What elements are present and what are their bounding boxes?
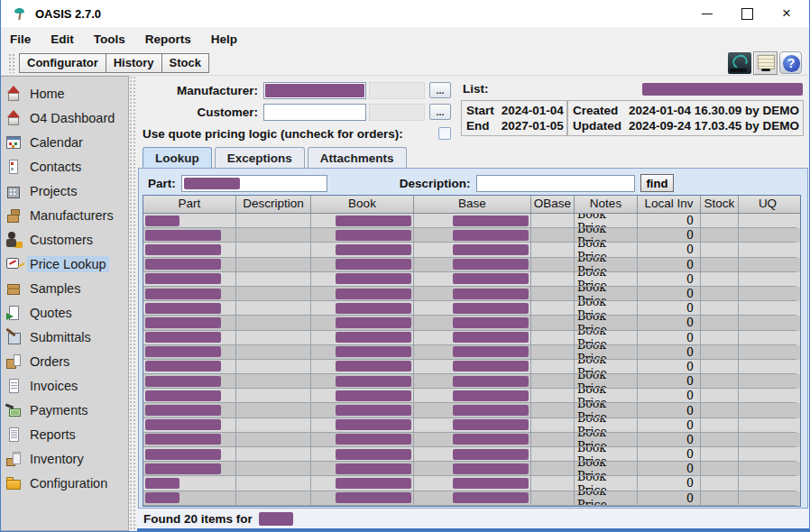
tab[interactable]: Attachments xyxy=(308,147,407,168)
maximize-icon[interactable] xyxy=(741,7,753,20)
customer-browse-button[interactable]: ... xyxy=(429,104,451,120)
sidebar-item[interactable]: Price Lookup xyxy=(1,252,128,276)
table-row[interactable]: Book Price 0 xyxy=(143,287,800,301)
sidebar-item[interactable]: Contacts xyxy=(1,154,128,179)
sidebar-item[interactable]: Invoices xyxy=(1,373,128,398)
table-row[interactable]: Book Price 0 xyxy=(143,272,800,287)
table-row[interactable]: Book Price 0 xyxy=(143,403,800,417)
toolbar-button[interactable]: Stock xyxy=(162,53,209,73)
cell-description xyxy=(236,301,311,316)
cell-uq xyxy=(739,462,796,476)
cell-part xyxy=(143,316,236,330)
sidebar-item-label: Customers xyxy=(27,232,96,248)
close-icon[interactable]: × xyxy=(780,7,793,20)
table-row[interactable]: Book Price 0 xyxy=(143,243,800,257)
cell-notes: Book Price xyxy=(575,360,638,374)
table-row[interactable]: Book Price 0 xyxy=(143,491,800,506)
menu-item[interactable]: Tools xyxy=(94,32,125,46)
cell-book xyxy=(311,476,414,491)
menu-item[interactable]: Reports xyxy=(145,32,191,46)
support-icon[interactable] xyxy=(728,52,751,74)
column-header[interactable]: Book xyxy=(311,196,414,213)
minimize-icon[interactable] xyxy=(701,7,713,20)
notes-icon[interactable] xyxy=(753,51,778,75)
table-row[interactable]: Book Price 0 xyxy=(143,462,800,476)
cell-notes: Book Price xyxy=(575,316,638,330)
sidebar-item[interactable]: Reports xyxy=(1,422,128,446)
column-header[interactable]: OBase xyxy=(531,196,575,213)
table-row[interactable]: Book Price 0 xyxy=(143,374,800,389)
sidebar-item[interactable]: O4 Dashboard xyxy=(1,105,128,130)
manufacturer-field[interactable] xyxy=(263,82,366,99)
sidebar-item[interactable]: Home xyxy=(1,81,128,105)
table-row[interactable]: Book Price 0 xyxy=(143,301,800,316)
table-row[interactable]: Book Price 0 xyxy=(143,389,800,403)
sidebar-splitter[interactable] xyxy=(129,76,137,531)
table-row[interactable]: Book Price 0 xyxy=(143,360,800,374)
table-row[interactable]: Book Price 0 xyxy=(143,316,800,330)
table-row[interactable]: Book Price 0 xyxy=(143,418,800,433)
cell-description xyxy=(236,476,311,491)
quote-pricing-logic-checkbox[interactable] xyxy=(438,127,451,140)
sidebar-item[interactable]: Orders xyxy=(1,349,128,373)
manufacturer-browse-button[interactable]: ... xyxy=(429,82,451,98)
samples-icon xyxy=(5,280,22,297)
part-input[interactable] xyxy=(181,175,327,192)
redacted-part-value xyxy=(145,303,221,314)
table-row[interactable]: Book Price 0 xyxy=(143,258,800,272)
column-header[interactable]: Base xyxy=(414,196,531,213)
cell-obase xyxy=(531,287,575,301)
table-row[interactable]: Book Price 0 xyxy=(143,345,800,360)
sidebar-item[interactable]: Samples xyxy=(1,276,128,300)
table-row[interactable]: Book Price 0 xyxy=(143,433,800,447)
cell-uq xyxy=(739,418,796,433)
column-header[interactable]: Local Inv xyxy=(638,196,701,213)
sidebar-item[interactable]: Manufacturers xyxy=(1,203,128,227)
sidebar-item[interactable]: Quotes xyxy=(1,300,128,325)
cell-uq xyxy=(739,389,796,403)
cell-uq xyxy=(739,345,796,360)
cell-description xyxy=(236,447,311,462)
table-row[interactable]: Book Price 0 xyxy=(143,214,800,228)
column-header[interactable]: Part xyxy=(143,196,236,213)
status-bar: Found 20 items for xyxy=(137,509,809,528)
cell-base xyxy=(414,360,531,374)
sidebar-item[interactable]: Calendar xyxy=(1,130,128,154)
customer-field[interactable] xyxy=(263,104,366,121)
sidebar-item[interactable]: Submittals xyxy=(1,325,128,349)
toolbar-button[interactable]: Configurator xyxy=(19,53,106,73)
table-row[interactable]: Book Price 0 xyxy=(143,228,800,243)
cell-description xyxy=(236,374,311,389)
sidebar-item[interactable]: Projects xyxy=(1,179,128,203)
cell-local-inv: 0 xyxy=(638,243,701,257)
tab[interactable]: Exceptions xyxy=(215,147,305,168)
cell-description xyxy=(236,287,311,301)
tab[interactable]: Lookup xyxy=(143,147,212,168)
sidebar-item[interactable]: Inventory xyxy=(1,446,128,471)
description-input[interactable] xyxy=(476,175,635,192)
window-controls: × xyxy=(701,7,809,20)
sidebar-item[interactable]: Configuration xyxy=(1,471,128,495)
redacted-part-value xyxy=(145,390,221,401)
toolbar-button[interactable]: History xyxy=(106,53,162,73)
table-row[interactable]: Book Price 0 xyxy=(143,476,800,491)
column-header[interactable]: UQ xyxy=(739,196,796,213)
cell-part xyxy=(143,272,236,287)
column-header[interactable]: Description xyxy=(236,196,311,213)
cell-stock xyxy=(701,447,739,462)
description-label: Description: xyxy=(400,177,471,190)
date-range-box: Start 2024-01-04 End 2027-01-05 xyxy=(461,100,567,136)
help-icon[interactable] xyxy=(779,51,802,74)
find-button[interactable]: find xyxy=(640,174,675,192)
sidebar-item[interactable]: Customers xyxy=(1,227,128,252)
table-row[interactable]: Book Price 0 xyxy=(143,331,800,345)
dashboard-icon xyxy=(5,110,22,126)
column-header[interactable]: Notes xyxy=(575,196,638,213)
menu-item[interactable]: Edit xyxy=(51,32,74,46)
menu-item[interactable]: File xyxy=(10,32,31,46)
toolbar-grip[interactable] xyxy=(8,53,15,73)
table-row[interactable]: Book Price 0 xyxy=(143,447,800,462)
column-header[interactable]: Stock xyxy=(701,196,739,213)
menu-item[interactable]: Help xyxy=(211,32,237,46)
sidebar-item[interactable]: Payments xyxy=(1,398,128,422)
